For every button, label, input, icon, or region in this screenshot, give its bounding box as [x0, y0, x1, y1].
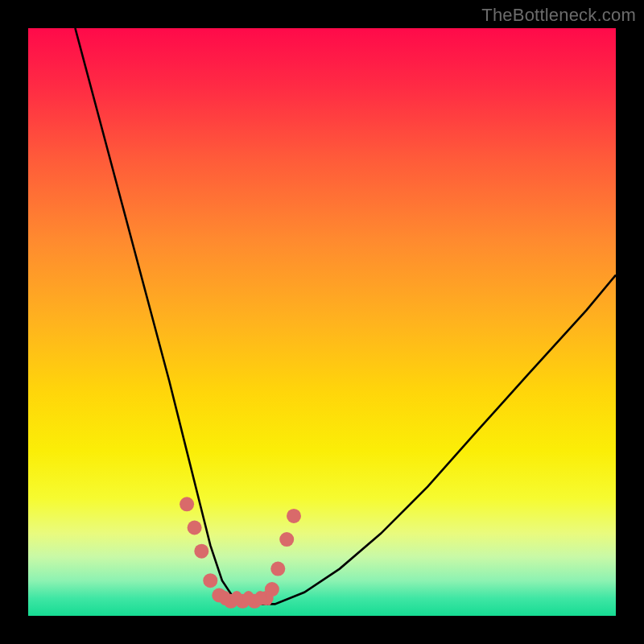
data-point — [203, 573, 217, 588]
data-point — [194, 544, 208, 559]
data-point-bar — [266, 591, 272, 605]
data-point-bar — [242, 591, 254, 605]
data-point-bar — [254, 591, 266, 605]
chart-frame: TheBottleneck.com — [0, 0, 644, 644]
watermark-text: TheBottleneck.com — [481, 5, 636, 26]
data-points-group — [180, 497, 301, 609]
data-point-bar — [231, 591, 243, 605]
data-point — [188, 521, 202, 535]
data-point — [287, 509, 301, 523]
data-point — [279, 532, 294, 547]
data-point — [180, 497, 194, 511]
data-point — [270, 562, 285, 576]
plot-area — [28, 28, 616, 616]
bottleneck-curve — [75, 28, 616, 604]
data-point-bar — [219, 591, 231, 605]
chart-svg — [28, 28, 616, 616]
